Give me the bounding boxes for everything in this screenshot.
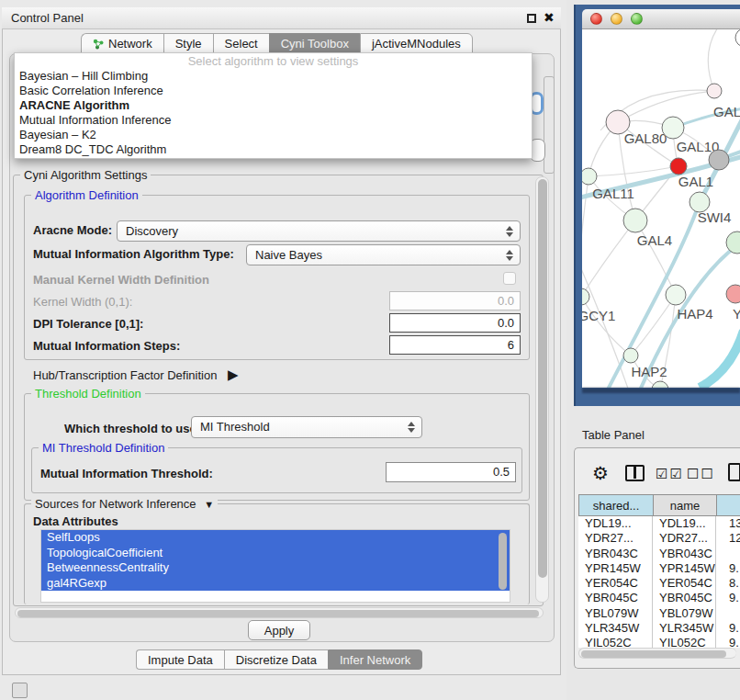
close-traffic-light-icon[interactable] bbox=[590, 13, 602, 25]
column-header-partial[interactable] bbox=[716, 494, 740, 516]
gear-icon[interactable]: ⚙ bbox=[592, 462, 609, 484]
table-cell[interactable]: YDR27... bbox=[578, 531, 653, 546]
tab-impute-data[interactable]: Impute Data bbox=[136, 649, 224, 670]
network-node-gal[interactable] bbox=[707, 84, 722, 98]
table-cell[interactable]: 9. bbox=[716, 591, 740, 605]
table-cell[interactable]: YPR145W bbox=[653, 561, 716, 576]
network-node-gal10[interactable] bbox=[662, 117, 684, 139]
network-node-gcy1[interactable] bbox=[582, 288, 589, 305]
settings-scrollbar[interactable] bbox=[535, 176, 549, 603]
mi-steps-field[interactable]: 6 bbox=[389, 335, 521, 355]
mi-threshold-field[interactable]: 0.5 bbox=[386, 462, 516, 482]
table-row[interactable]: YBL079WYBL079W bbox=[578, 606, 740, 621]
grip-icon[interactable] bbox=[12, 683, 28, 698]
network-node[interactable] bbox=[735, 29, 740, 47]
table-hscrollbar[interactable] bbox=[578, 648, 736, 659]
manual-kernel-width-checkbox[interactable] bbox=[503, 272, 516, 285]
new-table-icon[interactable] bbox=[728, 463, 740, 481]
tab-infer-network[interactable]: Infer Network bbox=[328, 649, 422, 670]
kernel-width-field[interactable]: 0.0 bbox=[389, 291, 521, 310]
table-cell[interactable]: YDR27... bbox=[653, 531, 716, 546]
table-row[interactable]: YER054CYER054C8. bbox=[578, 576, 740, 591]
table-row[interactable]: YBR043CYBR043C bbox=[578, 547, 740, 561]
table-cell[interactable]: YBL079W bbox=[653, 606, 716, 621]
table-cell[interactable]: YBR045C bbox=[578, 591, 653, 605]
network-canvas[interactable]: GALGAL80GAL10GAL1GAL11SWI4GAL4GCY1HAP4YH… bbox=[582, 29, 740, 388]
table-row[interactable]: YLR345WYLR345W9. bbox=[578, 621, 740, 636]
table-cell[interactable]: YLR345W bbox=[653, 621, 716, 636]
network-node-gal4[interactable] bbox=[623, 209, 647, 232]
table-hscrollbar-thumb[interactable] bbox=[581, 650, 726, 658]
tab-style[interactable]: Style bbox=[163, 33, 213, 53]
algorithm-option[interactable]: ARACNE Algorithm bbox=[15, 98, 532, 113]
table-cell[interactable]: YIL052C bbox=[653, 636, 716, 648]
node-table[interactable]: YDL19...YDL19...13YDR27...YDR27...12YBR0… bbox=[578, 516, 740, 648]
split-columns-icon[interactable] bbox=[625, 465, 645, 481]
data-attributes-list[interactable]: SelfLoopsTopologicalCoefficientBetweenne… bbox=[40, 529, 510, 603]
table-row[interactable]: YIL052CYIL052C9. bbox=[578, 636, 740, 648]
table-cell[interactable]: YDL19... bbox=[578, 516, 653, 531]
zoom-traffic-light-icon[interactable] bbox=[631, 13, 643, 25]
table-cell[interactable]: 8. bbox=[716, 576, 740, 591]
hub-definition-toggle[interactable]: Hub/Transcription Factor Definition ▶ bbox=[33, 367, 239, 383]
network-node-gal1[interactable] bbox=[670, 158, 687, 175]
table-cell[interactable]: 12 bbox=[716, 531, 740, 546]
settings-hscrollbar[interactable] bbox=[15, 607, 544, 618]
apply-button[interactable]: Apply bbox=[248, 620, 310, 640]
tab-jactivemnodules[interactable]: jActiveMNodules bbox=[360, 33, 473, 53]
tab-network[interactable]: Network bbox=[81, 33, 163, 53]
sources-group-title[interactable]: Sources for Network Inference ▼ bbox=[31, 497, 218, 511]
table-cell[interactable]: YBR045C bbox=[653, 591, 716, 605]
select-all-checkboxes-icon[interactable]: ☑☑ bbox=[656, 466, 684, 482]
table-cell[interactable] bbox=[716, 547, 740, 561]
settings-hscrollbar-thumb[interactable] bbox=[17, 610, 539, 617]
table-cell[interactable]: YER054C bbox=[578, 576, 653, 591]
aracne-mode-select[interactable]: Discovery bbox=[117, 220, 521, 242]
network-node-gal11[interactable] bbox=[582, 168, 597, 185]
algorithm-option[interactable]: Bayesian – K2 bbox=[15, 128, 532, 142]
algorithm-option[interactable]: Basic Correlation Inference bbox=[15, 84, 532, 98]
data-attribute-item[interactable]: BetweennessCentrality bbox=[41, 560, 510, 576]
tab-cyni-toolbox[interactable]: Cyni Toolbox bbox=[269, 33, 360, 53]
column-header-shared-name[interactable]: shared... bbox=[578, 494, 653, 516]
table-cell[interactable]: YPR145W bbox=[578, 561, 653, 576]
network-node-y[interactable] bbox=[726, 285, 740, 303]
algorithm-option[interactable]: Bayesian – Hill Climbing bbox=[15, 69, 532, 84]
table-cell[interactable] bbox=[716, 606, 740, 621]
table-cell[interactable]: 9. bbox=[716, 636, 740, 648]
table-cell[interactable]: YLR345W bbox=[578, 621, 653, 636]
table-cell[interactable]: 13 bbox=[716, 516, 740, 531]
which-threshold-select[interactable]: MI Threshold bbox=[191, 416, 422, 438]
mi-algorithm-type-select[interactable]: Naive Bayes bbox=[246, 244, 521, 265]
table-cell[interactable]: YIL052C bbox=[578, 636, 653, 648]
table-cell[interactable]: YBR043C bbox=[578, 547, 653, 561]
table-cell[interactable]: YBL079W bbox=[578, 606, 653, 621]
data-attribute-item[interactable]: SelfLoops bbox=[41, 530, 510, 546]
tab-discretize-data[interactable]: Discretize Data bbox=[224, 649, 328, 670]
minimize-traffic-light-icon[interactable] bbox=[611, 13, 622, 25]
algorithm-option[interactable]: Dream8 DC_TDC Algorithm bbox=[15, 142, 532, 157]
table-row[interactable]: YBR045CYBR045C9. bbox=[578, 591, 740, 605]
table-row[interactable]: YPR145WYPR145W9. bbox=[578, 561, 740, 576]
column-header-name[interactable]: name bbox=[653, 494, 716, 516]
algorithm-option[interactable]: Mutual Information Inference bbox=[15, 113, 532, 128]
settings-scrollbar-thumb[interactable] bbox=[538, 179, 547, 578]
tab-select[interactable]: Select bbox=[213, 33, 269, 53]
network-window-titlebar[interactable] bbox=[582, 9, 740, 29]
network-node-hap4[interactable] bbox=[666, 285, 686, 305]
float-window-icon[interactable] bbox=[527, 14, 536, 23]
dpi-tolerance-field[interactable]: 0.0 bbox=[389, 313, 521, 333]
data-attribute-item[interactable]: TopologicalCoefficient bbox=[41, 546, 510, 561]
network-node-hap2[interactable] bbox=[623, 348, 638, 363]
table-cell[interactable]: YER054C bbox=[653, 576, 716, 591]
deselect-all-checkboxes-icon[interactable]: ☐☐ bbox=[687, 466, 715, 482]
network-node[interactable] bbox=[652, 381, 668, 388]
table-cell[interactable]: YBR043C bbox=[653, 547, 716, 561]
table-cell[interactable]: 9. bbox=[716, 561, 740, 576]
data-attribute-item[interactable]: gal4RGexp bbox=[41, 576, 510, 592]
network-node[interactable] bbox=[709, 150, 729, 170]
table-row[interactable]: YDL19...YDL19...13 bbox=[578, 516, 740, 531]
table-cell[interactable]: 9. bbox=[716, 621, 740, 636]
table-row[interactable]: YDR27...YDR27...12 bbox=[578, 531, 740, 546]
table-cell[interactable]: YDL19... bbox=[653, 516, 716, 531]
